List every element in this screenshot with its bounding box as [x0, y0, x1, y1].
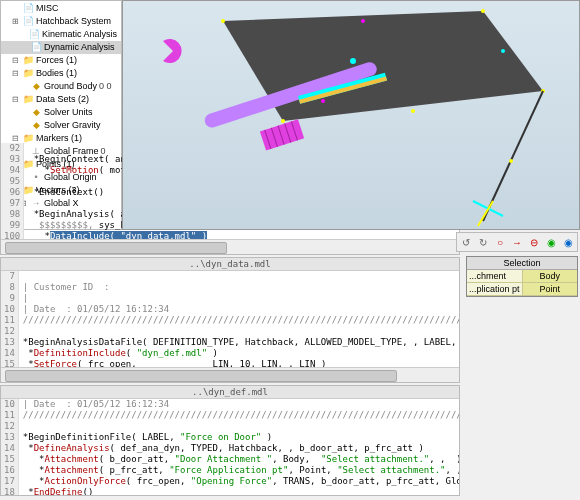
sel-key: ...chment	[467, 270, 523, 282]
editor-title: ..\dyn_def.mdl	[1, 386, 459, 399]
sel-val: Body	[523, 270, 578, 282]
sel-val: Point	[523, 283, 578, 295]
node-label: Data Sets (2)	[36, 93, 89, 106]
tree-item[interactable]: ⊞📄Hatchback System	[1, 15, 121, 28]
node-icon: ◆	[30, 107, 42, 118]
sel-key: ...plication pt	[467, 283, 523, 295]
node-label: Dynamic Analysis	[44, 41, 115, 54]
tree-item[interactable]: ◆Solver Units	[1, 106, 121, 119]
tool-button[interactable]: ↻	[476, 235, 490, 249]
expand-icon[interactable]: ⊞	[11, 15, 20, 28]
tree-item[interactable]: 📄Kinematic Analysis	[1, 28, 121, 41]
selection-header: Selection	[467, 257, 577, 270]
tool-button[interactable]: ◉	[544, 235, 558, 249]
code-editor-def[interactable]: ..\dyn_def.mdl 10111213141516171819| Dat…	[0, 385, 460, 496]
h-scrollbar[interactable]	[1, 239, 459, 254]
node-label: Solver Units	[44, 106, 93, 119]
svg-point-5	[361, 19, 365, 23]
editor-title: ..\dyn_data.mdl	[1, 258, 459, 271]
tree-item[interactable]: ◆Ground Body0 0	[1, 80, 121, 93]
tree-item[interactable]: ⊟📁Forces (1)	[1, 54, 121, 67]
tool-button[interactable]: →	[510, 235, 524, 249]
node-label: MISC	[36, 2, 59, 15]
tool-button[interactable]: ○	[493, 235, 507, 249]
h-scrollbar[interactable]	[1, 367, 459, 382]
node-icon: 📄	[22, 3, 34, 14]
node-icon: 📄	[30, 42, 42, 53]
node-count: 0 0	[99, 80, 112, 93]
svg-point-22	[321, 99, 325, 103]
code-editor-data[interactable]: ..\dyn_data.mdl 7891011121314151617| Cus…	[0, 257, 460, 383]
node-icon: 📄	[22, 16, 34, 27]
node-icon: 📁	[22, 55, 34, 66]
expand-icon[interactable]: ⊟	[11, 67, 20, 80]
selection-panel: Selection ...chmentBody...plication ptPo…	[466, 256, 578, 297]
selection-row[interactable]: ...chmentBody	[467, 270, 577, 283]
node-label: Solver Gravity	[44, 119, 101, 132]
tree-item[interactable]: ⊟📁Bodies (1)	[1, 67, 121, 80]
node-label: Forces (1)	[36, 54, 77, 67]
tool-button[interactable]: ↺	[459, 235, 473, 249]
tree-item[interactable]: ◆Solver Gravity	[1, 119, 121, 132]
node-icon: ◆	[30, 120, 42, 131]
tree-item[interactable]: 📄Dynamic Analysis	[1, 41, 121, 54]
node-icon: 📁	[22, 68, 34, 79]
tool-button[interactable]: ◉	[561, 235, 575, 249]
node-icon: 📄	[29, 29, 40, 40]
node-icon: 📁	[22, 94, 34, 105]
3d-viewport[interactable]	[122, 0, 580, 230]
expand-icon[interactable]: ⊟	[11, 54, 20, 67]
tool-button[interactable]: ⊖	[527, 235, 541, 249]
selection-row[interactable]: ...plication ptPoint	[467, 283, 577, 296]
tree-item[interactable]: 📄MISC	[1, 2, 121, 15]
svg-point-20	[350, 58, 356, 64]
svg-point-8	[509, 159, 513, 163]
svg-point-2	[481, 9, 485, 13]
node-label: Ground Body	[44, 80, 97, 93]
view-toolbar: ↺↻○→⊖◉◉	[456, 232, 578, 252]
node-label: Bodies (1)	[36, 67, 77, 80]
svg-point-21	[411, 109, 415, 113]
node-label: Hatchback System	[36, 15, 111, 28]
node-icon: ◆	[30, 81, 42, 92]
svg-point-4	[281, 119, 285, 123]
node-label: Kinematic Analysis	[42, 28, 117, 41]
expand-icon[interactable]: ⊟	[11, 93, 20, 106]
tree-item[interactable]: ⊟📁Data Sets (2)	[1, 93, 121, 106]
svg-point-6	[501, 49, 505, 53]
svg-point-1	[221, 19, 225, 23]
